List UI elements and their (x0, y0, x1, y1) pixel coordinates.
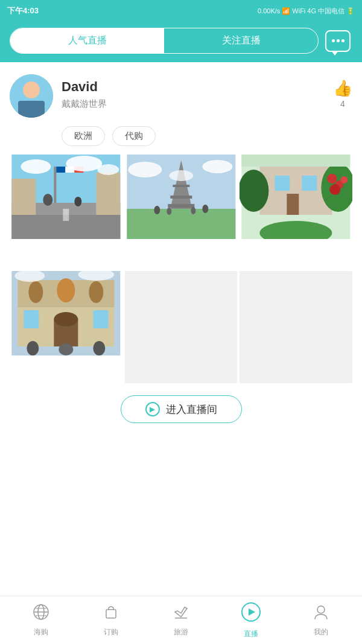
photo-empty-3 (240, 271, 352, 384)
status-icons: 0.00K/s 📶 WiFi 4G 中国电信 🔋 (258, 7, 355, 16)
svg-rect-25 (168, 204, 194, 208)
svg-point-1 (23, 81, 40, 98)
svg-point-36 (240, 170, 268, 212)
enter-live-button[interactable]: ▶ 进入直播间 (121, 395, 242, 423)
svg-point-59 (93, 341, 105, 355)
svg-point-17 (66, 156, 102, 171)
svg-point-57 (27, 341, 39, 355)
svg-point-58 (59, 343, 73, 355)
photo-3[interactable] (240, 155, 352, 267)
photo-grid-row1 (10, 155, 352, 267)
tag-daigou[interactable]: 代购 (112, 126, 156, 146)
nav-label-mine: 我的 (314, 627, 328, 637)
svg-rect-43 (275, 176, 290, 191)
svg-marker-70 (249, 608, 255, 616)
svg-rect-24 (170, 196, 192, 199)
nav-item-digou[interactable]: 订购 (76, 604, 146, 637)
tag-europe[interactable]: 欧洲 (62, 126, 105, 146)
svg-point-27 (202, 205, 208, 213)
svg-point-29 (191, 207, 195, 214)
nav-item-travel[interactable]: 旅游 (146, 604, 216, 637)
photo-2[interactable] (125, 155, 238, 267)
mine-icon (313, 604, 329, 625)
like-icon: 👍 (333, 79, 352, 98)
avatar-image (10, 74, 53, 118)
enter-btn-wrap: ▶ 进入直播间 (10, 395, 352, 423)
profile-subtitle: 戴戴游世界 (62, 98, 333, 110)
svg-point-32 (169, 170, 193, 181)
svg-point-28 (167, 208, 171, 215)
bottom-nav: 海购 订购 旅游 直播 (0, 596, 362, 644)
profile-info: David 戴戴游世界 (62, 74, 333, 110)
signal-icon: 📶 (282, 7, 290, 15)
message-bubble-icon (325, 30, 351, 52)
svg-point-14 (43, 194, 52, 206)
profile-name: David (62, 79, 333, 95)
tab-popular[interactable]: 人气直播 (10, 28, 164, 53)
photo-4[interactable] (10, 271, 122, 384)
digou-icon (103, 604, 119, 625)
photo-grid-row2 (10, 271, 352, 384)
haigou-icon (33, 604, 49, 625)
enter-btn-label: 进入直播间 (166, 403, 217, 416)
svg-rect-9 (96, 173, 120, 215)
svg-point-71 (317, 606, 325, 613)
svg-point-30 (128, 162, 162, 177)
dot-3 (341, 39, 345, 42)
nav-item-live[interactable]: 直播 (216, 602, 286, 639)
svg-rect-8 (11, 179, 36, 215)
carrier: 中国电信 (318, 7, 345, 16)
svg-point-50 (28, 281, 43, 303)
svg-point-52 (89, 281, 103, 303)
message-dots (332, 39, 345, 42)
svg-rect-11 (56, 167, 65, 173)
network-speed: 0.00K/s (258, 7, 280, 14)
svg-point-42 (341, 176, 348, 183)
svg-rect-56 (93, 310, 108, 328)
travel-icon (173, 604, 189, 625)
svg-rect-23 (173, 185, 189, 187)
dot-2 (337, 39, 340, 42)
profile-section: David 戴戴游世界 👍 4 (10, 74, 352, 118)
battery-icon: 🔋 (346, 7, 355, 15)
svg-rect-3 (18, 101, 45, 118)
dot-1 (332, 39, 335, 42)
nav-label-travel: 旅游 (174, 627, 188, 637)
svg-point-51 (57, 278, 75, 302)
svg-point-15 (74, 197, 81, 206)
tab-group: 人气直播 关注直播 (10, 28, 319, 54)
svg-point-26 (154, 206, 160, 214)
svg-rect-67 (106, 610, 116, 618)
svg-rect-7 (63, 209, 69, 221)
tab-following[interactable]: 关注直播 (164, 28, 318, 53)
main-content: David 戴戴游世界 👍 4 欧洲 代购 (0, 62, 362, 596)
nav-item-mine[interactable]: 我的 (286, 604, 356, 637)
svg-rect-10 (54, 167, 56, 203)
data-icon: 4G (307, 7, 316, 14)
svg-rect-46 (242, 155, 351, 167)
live-icon (241, 602, 261, 626)
nav-label-digou: 订购 (104, 627, 118, 637)
status-bar: 下午4:03 0.00K/s 📶 WiFi 4G 中国电信 🔋 (0, 0, 362, 22)
play-icon: ▶ (145, 402, 160, 416)
photo-empty-2 (125, 271, 238, 384)
svg-point-31 (202, 160, 232, 173)
svg-rect-55 (24, 310, 39, 328)
svg-point-54 (54, 312, 78, 327)
nav-item-haigou[interactable]: 海购 (6, 604, 76, 637)
svg-rect-20 (127, 209, 235, 239)
photo-1[interactable] (10, 155, 122, 267)
status-time: 下午4:03 (7, 5, 39, 16)
nav-label-live: 直播 (244, 629, 258, 639)
avatar[interactable] (10, 74, 53, 118)
svg-rect-45 (287, 194, 299, 215)
message-button[interactable] (323, 28, 352, 54)
tags-section: 欧洲 代购 (62, 126, 352, 146)
wifi-icon: WiFi (292, 7, 305, 14)
svg-point-39 (328, 174, 337, 183)
like-section[interactable]: 👍 4 (333, 74, 352, 109)
like-count: 4 (340, 99, 345, 109)
svg-point-16 (21, 159, 51, 174)
svg-point-18 (97, 164, 119, 175)
svg-rect-44 (302, 176, 317, 191)
